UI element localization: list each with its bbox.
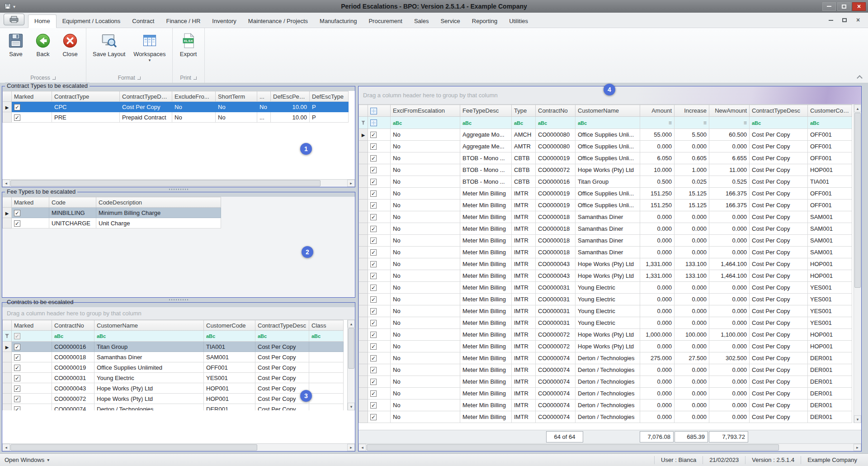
scroll-up-button[interactable] <box>854 105 861 112</box>
table-row[interactable]: ✓NoMeter Min BillingIMTRCO0000072Hope Wo… <box>359 329 852 341</box>
horizontal-scrollbar[interactable] <box>2 179 355 187</box>
vertical-scrollbar[interactable] <box>854 105 861 423</box>
table-row[interactable]: ✓NoMeter Min BillingIMTRCO0000031Young E… <box>359 317 852 329</box>
checkbox[interactable]: ✓ <box>370 202 377 209</box>
tab-manufacturing[interactable]: Manufacturing <box>314 15 363 28</box>
column-header-def-esc-perc[interactable]: DefEscPerc... <box>271 91 310 102</box>
scroll-down-button[interactable] <box>348 403 355 410</box>
tab-sales[interactable]: Sales <box>408 15 435 28</box>
filter-cell-class[interactable]: aBc <box>309 331 344 342</box>
column-header-code-description[interactable]: CodeDescription <box>96 197 221 208</box>
collapse-ribbon-icon[interactable] <box>857 75 863 81</box>
filter-cell-fee-type-desc[interactable]: aBc <box>460 117 512 129</box>
table-row[interactable]: ✓NoMeter Min BillingIMTRCO0000074Derton … <box>359 411 852 423</box>
checkbox[interactable]: ✓ <box>14 104 20 110</box>
filter-cell-amount[interactable]: = <box>640 117 675 129</box>
application-menu-button[interactable] <box>4 14 24 25</box>
table-row[interactable]: ✓CO0000043Hope Works (Pty) LtdHOP001Cost… <box>3 383 344 394</box>
close-button[interactable] <box>852 2 866 11</box>
checkbox[interactable]: ✓ <box>370 155 377 162</box>
table-row[interactable]: ▶✓CO0000016Titan GroupTIA001Cost Per Cop… <box>3 342 344 352</box>
column-header-contract-no[interactable]: ContractNo <box>536 105 576 117</box>
table-row[interactable]: ✓CO0000074Derton / TechnologiesDER001Cos… <box>3 404 344 411</box>
table-row[interactable]: ✓NoMeter Min BillingIMTRCO0000074Derton … <box>359 388 852 399</box>
table-row[interactable]: ✓NoBTOB - Mono ...CBTBCO0000072Hope Work… <box>359 164 852 176</box>
chevron-down-icon[interactable] <box>13 4 15 9</box>
checkbox[interactable]: ✓ <box>370 367 377 373</box>
filter-cell-customer-name[interactable]: aBc <box>576 117 640 129</box>
filter-cell-select[interactable] <box>368 117 391 129</box>
dialog-launcher-icon[interactable] <box>52 76 56 80</box>
filter-cell-contract-no[interactable]: aBc <box>52 331 94 342</box>
filter-cell-type[interactable]: aBc <box>512 117 536 129</box>
mdi-maximize-button[interactable] <box>839 16 850 24</box>
checkbox[interactable]: ✓ <box>370 179 377 185</box>
scrollbar-thumb[interactable] <box>854 113 861 288</box>
tab-contract[interactable]: Contract <box>126 15 160 28</box>
table-row[interactable]: ✓CO0000019Office Supplies UnlimitedOFF00… <box>3 362 344 373</box>
table-row[interactable]: ▶✓NoAggregate Mo...AMCHCO0000080Office S… <box>359 129 852 141</box>
table-row[interactable]: ✓NoMeter Min BillingIMTRCO0000074Derton … <box>359 376 852 388</box>
column-header-code[interactable]: Code <box>49 197 96 208</box>
checkbox[interactable]: ✓ <box>370 214 377 220</box>
checkbox[interactable]: ✓ <box>370 132 377 138</box>
open-windows-button[interactable]: Open Windows <box>5 456 49 463</box>
scrollbar-thumb[interactable] <box>10 444 257 451</box>
scroll-down-button[interactable] <box>854 415 861 423</box>
maximize-button[interactable] <box>837 2 851 11</box>
column-header-excl-from-escalation[interactable]: ExclFromEscalation <box>391 105 460 117</box>
save-quick-icon[interactable] <box>5 3 11 10</box>
table-row[interactable]: ▶✓MINBILLINGMinimum Billing Charge <box>3 208 221 218</box>
table-row[interactable]: ✓NoMeter Min BillingIMTRCO0000031Young E… <box>359 305 852 317</box>
column-header-new-amount[interactable]: NewAmount <box>709 105 750 117</box>
column-header-ellipsis[interactable]: ... <box>257 91 271 102</box>
column-header-class[interactable]: Class <box>309 320 344 331</box>
table-row[interactable]: ✓NoMeter Min BillingIMTRCO0000018Samanth… <box>359 223 852 235</box>
checkbox[interactable]: ✓ <box>14 375 20 381</box>
column-header-customer-code[interactable]: CustomerCode <box>808 105 852 117</box>
filter-cell-contract-type-desc[interactable]: aBc <box>750 117 808 129</box>
tab-utilities[interactable]: Utilities <box>503 15 534 28</box>
filter-cell-contract-type-desc[interactable]: aBc <box>255 331 309 342</box>
table-row[interactable]: ✓NoMeter Min BillingIMTRCO0000072Hope Wo… <box>359 341 852 352</box>
checkbox[interactable]: ✓ <box>370 226 377 232</box>
table-row[interactable]: ✓NoMeter Min BillingIMTRCO0000019Office … <box>359 200 852 211</box>
column-header-contract-type[interactable]: ContractType <box>52 91 120 102</box>
table-row[interactable]: ✓NoBTOB - Mono ...CBTBCO0000016Titan Gro… <box>359 176 852 188</box>
checkbox[interactable]: ✓ <box>370 238 377 244</box>
checkbox[interactable]: ✓ <box>370 402 377 409</box>
table-row[interactable]: ✓PREPrepaid ContractNoNo...10.00P <box>3 112 349 123</box>
dialog-launcher-icon[interactable] <box>137 76 141 80</box>
checkbox[interactable]: ✓ <box>14 365 20 371</box>
checkbox[interactable]: ✓ <box>370 285 377 291</box>
quick-access-toolbar[interactable] <box>5 3 15 10</box>
group-by-hint[interactable]: Drag a column header here to group by th… <box>2 307 355 320</box>
checkbox[interactable]: ✓ <box>370 273 377 279</box>
checkbox[interactable]: ✓ <box>14 396 20 402</box>
scrollbar-thumb[interactable] <box>348 328 354 369</box>
table-row[interactable]: ✓NoMeter Min BillingIMTRCO0000043Hope Wo… <box>359 258 852 270</box>
horizontal-scrollbar[interactable] <box>2 443 355 451</box>
column-header-contract-type-desc[interactable]: ContractTypeDesc <box>750 105 808 117</box>
column-header-customer-name[interactable]: CustomerName <box>576 105 640 117</box>
checkbox[interactable]: ✓ <box>370 379 377 385</box>
table-row[interactable]: ✓NoBTOB - Mono ...CBTBCO0000019Office Su… <box>359 152 852 164</box>
checkbox[interactable]: ✓ <box>370 414 377 420</box>
mdi-minimize-button[interactable] <box>826 16 836 24</box>
checkbox[interactable]: ✓ <box>14 406 20 410</box>
checkbox[interactable]: ✓ <box>14 354 20 361</box>
scrollbar-thumb[interactable] <box>10 180 321 186</box>
back-button[interactable]: Back <box>30 30 56 58</box>
table-row[interactable]: ✓NoMeter Min BillingIMTRCO0000019Office … <box>359 188 852 200</box>
filter-cell-new-amount[interactable]: = <box>709 117 750 129</box>
tab-finance-hr[interactable]: Finance / HR <box>160 15 206 28</box>
filter-cell-marked[interactable]: ✓ <box>12 331 52 342</box>
checkbox[interactable]: ✓ <box>14 220 20 227</box>
minimize-button[interactable] <box>822 2 836 11</box>
filter-cell-customer-name[interactable]: aBc <box>94 331 204 342</box>
tab-maintenance-projects[interactable]: Maintenance / Projects <box>242 15 314 28</box>
checkbox[interactable]: ✓ <box>370 296 377 303</box>
scroll-right-button[interactable] <box>854 444 861 451</box>
checkbox[interactable]: ✓ <box>370 355 377 361</box>
checkbox[interactable]: ✓ <box>14 344 20 350</box>
